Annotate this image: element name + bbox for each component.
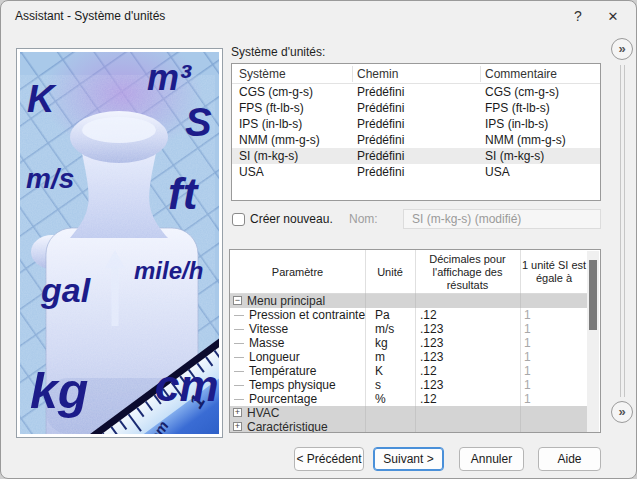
cell: Pourcentage [249, 392, 317, 406]
cell: Prédéfini [357, 133, 404, 147]
cell: Prédéfini [357, 85, 404, 99]
units-illustration-svg: 123cm Km³Sm/sftgalmile/hkgcm [20, 52, 219, 434]
parameters-table[interactable]: Paramètre Unité Décimales pour l'afficha… [229, 249, 601, 433]
tree-line-icon [234, 385, 244, 386]
group-label: Menu principal [247, 294, 325, 308]
unit-label: m/s [26, 163, 74, 194]
column-header-path[interactable]: Chemin [357, 67, 398, 81]
cell: Prédéfini [357, 165, 404, 179]
expand-icon[interactable]: + [233, 408, 242, 417]
parameter-row[interactable]: Pourcentage%.121 [230, 392, 588, 406]
cell: 1 [524, 392, 531, 406]
tree-line-icon [234, 315, 244, 316]
collapse-icon[interactable]: − [233, 296, 242, 305]
cell: .123 [420, 322, 443, 336]
cell: Prédéfini [357, 101, 404, 115]
cell: 1 [524, 350, 531, 364]
parameter-row[interactable]: Longueurm.1231 [230, 350, 588, 364]
cell: CGS (cm-g-s) [485, 85, 559, 99]
cell: .123 [420, 378, 443, 392]
column-separator [365, 250, 366, 432]
cell: Température [249, 364, 316, 378]
unit-system-wizard-dialog: Assistant - Système d'unités ? ✕ [0, 0, 637, 479]
cell: m/s [375, 322, 394, 336]
collapsed-panel-splitter [620, 65, 625, 397]
expand-icon[interactable]: + [233, 422, 242, 431]
parameter-group-row[interactable]: +Caractéristique [230, 420, 588, 433]
cell: 1 [524, 308, 531, 322]
column-separator [520, 250, 521, 432]
cell: kg [375, 336, 388, 350]
column-header-unit: Unité [365, 250, 415, 294]
cell: 1 [524, 336, 531, 350]
expand-panel-top-button[interactable]: » [611, 38, 633, 60]
unit-system-row[interactable]: IPS (in-lb-s)PrédéfiniIPS (in-lb-s) [232, 116, 600, 132]
cell: FPS (ft-lb-s) [239, 101, 304, 115]
column-separator [352, 66, 353, 82]
scrollbar-thumb[interactable] [589, 260, 597, 330]
parameters-table-header: Paramètre Unité Décimales pour l'afficha… [230, 250, 588, 294]
cell: Vitesse [249, 322, 288, 336]
parameter-row[interactable]: Vitessem/s.1231 [230, 322, 588, 336]
column-header-parameter: Paramètre [230, 250, 365, 294]
parameter-row[interactable]: Massekg.1231 [230, 336, 588, 350]
unit-label: m³ [147, 57, 192, 98]
tree-line-icon [234, 399, 244, 400]
cell: 1 [524, 322, 531, 336]
cell: Temps physique [249, 378, 336, 392]
tree-line-icon [234, 371, 244, 372]
parameter-row[interactable]: Pression et contraintePa.121 [230, 308, 588, 322]
next-button[interactable]: Suivant > [373, 447, 444, 471]
unit-system-list-header[interactable]: Système Chemin Commentaire [232, 64, 600, 84]
unit-label: mile/h [134, 257, 203, 284]
cell: SI (m-kg-s) [485, 149, 544, 163]
cell: s [375, 378, 381, 392]
parameter-group-row[interactable]: +HVAC [230, 406, 588, 420]
name-field: SI (m-kg-s) (modifié) [403, 209, 601, 229]
close-icon[interactable]: ✕ [599, 4, 627, 28]
cell: .12 [420, 364, 437, 378]
unit-system-row[interactable]: FPS (ft-lb-s)PrédéfiniFPS (ft-lb-s) [232, 100, 600, 116]
unit-label: K [27, 78, 57, 120]
unit-system-row[interactable]: SI (m-kg-s)PrédéfiniSI (m-kg-s) [232, 148, 600, 164]
titlebar[interactable]: Assistant - Système d'unités ? ✕ [1, 1, 636, 31]
window-title: Assistant - Système d'unités [15, 9, 165, 23]
column-header-comment[interactable]: Commentaire [485, 67, 557, 81]
tree-line-icon [234, 343, 244, 344]
create-new-checkbox[interactable] [232, 213, 245, 226]
cell: .123 [420, 350, 443, 364]
column-separator [480, 66, 481, 82]
parameter-row[interactable]: Temps physiques.1231 [230, 378, 588, 392]
unit-label: gal [40, 271, 92, 309]
unit-system-list-label: Système d'unités: [231, 45, 325, 59]
cell: 1 [524, 378, 531, 392]
previous-button[interactable]: < Précédent [294, 447, 364, 471]
help-icon[interactable]: ? [564, 4, 592, 28]
unit-label: S [185, 100, 212, 144]
cell: m [375, 350, 385, 364]
expand-panel-bottom-button[interactable]: » [611, 401, 633, 423]
cell: Prédéfini [357, 149, 404, 163]
unit-system-row[interactable]: NMM (mm-g-s)PrédéfiniNMM (mm-g-s) [232, 132, 600, 148]
cell: Prédéfini [357, 117, 404, 131]
cell: USA [485, 165, 510, 179]
cell: CGS (cm-g-s) [239, 85, 313, 99]
unit-system-row[interactable]: USAPrédéfiniUSA [232, 164, 600, 180]
parameter-row[interactable]: TempératureK.121 [230, 364, 588, 378]
column-header-system[interactable]: Système [239, 67, 286, 81]
column-header-si-equiv: 1 unité SI est égale à [520, 250, 588, 294]
unit-label: cm [155, 361, 219, 410]
cell: IPS (in-lb-s) [485, 117, 548, 131]
help-button[interactable]: Aide [538, 447, 601, 471]
parameter-group-row[interactable]: −Menu principal [230, 294, 588, 308]
cell: 1 [524, 364, 531, 378]
unit-system-list[interactable]: Système Chemin Commentaire CGS (cm-g-s)P… [231, 63, 601, 201]
units-illustration: 123cm Km³Sm/sftgalmile/hkgcm [16, 48, 223, 438]
unit-system-row[interactable]: CGS (cm-g-s)PrédéfiniCGS (cm-g-s) [232, 84, 600, 100]
group-label: HVAC [247, 406, 279, 420]
cell: .12 [420, 308, 437, 322]
cancel-button[interactable]: Annuler [459, 447, 524, 471]
cell: Pa [375, 308, 390, 322]
cell: % [375, 392, 386, 406]
vertical-scrollbar[interactable] [587, 251, 599, 433]
